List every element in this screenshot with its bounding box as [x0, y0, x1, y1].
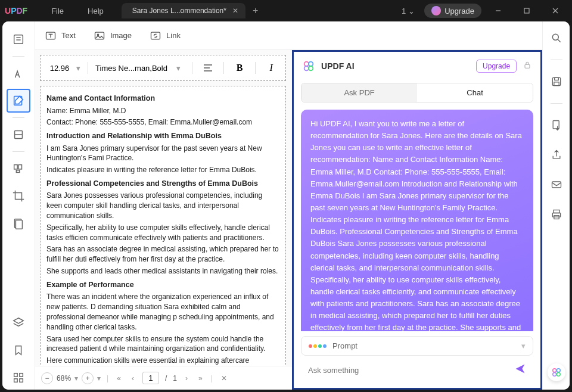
- tool-text-label: Text: [61, 31, 76, 40]
- workspace: Text Image Link 12.96 ▾: [2, 21, 570, 390]
- svg-rect-37: [552, 182, 561, 188]
- image-icon: [94, 30, 105, 42]
- prev-page-button[interactable]: ‹: [129, 374, 136, 382]
- document-page[interactable]: Name and Contact Information Name: Emma …: [40, 86, 286, 366]
- doc-paragraph: There was an incident where the organiza…: [46, 292, 279, 332]
- svg-rect-17: [14, 379, 18, 382]
- svg-rect-16: [20, 374, 23, 377]
- menu-file[interactable]: File: [39, 7, 76, 15]
- document-tab[interactable]: Sara Jones L...ommendation* ✕: [122, 3, 245, 18]
- upgrade-label: Upgrade: [444, 7, 474, 15]
- thumbnails-tool[interactable]: [7, 366, 30, 390]
- svg-rect-15: [14, 374, 18, 377]
- tool-text[interactable]: Text: [45, 30, 76, 42]
- left-sidebar: [2, 21, 35, 390]
- edit-toolbar: Text Image Link: [35, 21, 542, 50]
- svg-rect-12: [16, 170, 19, 173]
- chevron-down-icon[interactable]: ▾: [74, 374, 78, 382]
- svg-point-42: [557, 369, 560, 372]
- document-area: 12.96 ▾ Times Ne...man,Bold ▾ B: [35, 50, 292, 390]
- doc-paragraph: Here communication skills were essential…: [46, 356, 279, 366]
- layers-tool[interactable]: [7, 311, 30, 335]
- italic-button[interactable]: I: [263, 60, 279, 76]
- svg-point-41: [552, 369, 556, 372]
- ai-header: UPDF AI Upgrade: [294, 52, 540, 80]
- doc-paragraph: I am Sara Jones primary supervisor for t…: [46, 144, 279, 164]
- svg-rect-38: [554, 210, 559, 213]
- bookmark-tool[interactable]: [7, 338, 30, 362]
- organize-tool[interactable]: [7, 157, 30, 181]
- upgrade-button[interactable]: Upgrade: [424, 4, 481, 18]
- svg-rect-36: [553, 121, 559, 129]
- svg-rect-22: [151, 32, 160, 39]
- close-window-button[interactable]: [543, 2, 567, 19]
- close-icon[interactable]: ✕: [232, 7, 238, 15]
- ai-upgrade-button[interactable]: Upgrade: [476, 60, 517, 73]
- doc-paragraph: Indicates pleasure in writing the refere…: [46, 165, 279, 175]
- lock-icon[interactable]: [523, 60, 532, 72]
- svg-rect-30: [525, 64, 530, 68]
- bold-button[interactable]: B: [231, 60, 248, 76]
- close-bar-button[interactable]: ✕: [219, 374, 229, 382]
- annotate-tool[interactable]: [7, 61, 30, 85]
- next-page-button[interactable]: ›: [183, 374, 190, 382]
- tool-link-label: Link: [166, 31, 181, 40]
- counter-badge[interactable]: 1 ⌄: [397, 7, 419, 15]
- ai-tabs: Ask PDF Chat: [301, 83, 533, 102]
- sparkle-icon: [431, 6, 441, 15]
- document-scroll[interactable]: Name and Contact Information Name: Emma …: [35, 83, 292, 366]
- maximize-button[interactable]: [515, 2, 539, 19]
- ai-input[interactable]: [308, 366, 508, 375]
- last-page-button[interactable]: »: [196, 374, 205, 382]
- zoom-out-button[interactable]: −: [41, 372, 53, 384]
- zoom-level: 68%: [57, 374, 71, 382]
- svg-rect-20: [95, 32, 104, 39]
- svg-rect-4: [14, 35, 23, 44]
- updf-ai-icon: [302, 60, 315, 73]
- tab-chat[interactable]: Chat: [417, 83, 533, 102]
- minimize-button[interactable]: [486, 2, 510, 19]
- chevron-down-icon[interactable]: ▾: [97, 374, 101, 382]
- app-window: UPDF File Help Sara Jones L...ommendatio…: [0, 0, 572, 392]
- compress-tool[interactable]: [7, 211, 30, 235]
- ai-messages[interactable]: Hi UPDF AI, I want you to write me a let…: [294, 105, 540, 331]
- title-bar: UPDF File Help Sara Jones L...ommendatio…: [0, 0, 572, 21]
- reader-tool[interactable]: [7, 27, 30, 51]
- ai-panel: UPDF AI Upgrade Ask PDF Chat Hi UPDF AI,…: [292, 50, 542, 390]
- align-button[interactable]: [200, 60, 216, 76]
- doc-paragraph: Contact: Phone: 555-555-5555, Email: Emm…: [46, 117, 279, 127]
- chevron-down-icon: ▾: [521, 341, 526, 350]
- share-button[interactable]: [547, 145, 566, 164]
- prompt-selector[interactable]: Prompt ▾: [301, 336, 533, 356]
- doc-heading: Name and Contact Information: [46, 94, 279, 104]
- svg-rect-14: [15, 220, 22, 229]
- save-button[interactable]: [547, 72, 566, 91]
- doc-heading: Introduction and Relationship with Emma …: [46, 131, 279, 142]
- svg-rect-11: [18, 165, 22, 169]
- edit-tool[interactable]: [7, 89, 30, 113]
- zoom-in-button[interactable]: +: [82, 372, 94, 384]
- email-button[interactable]: [547, 175, 566, 194]
- new-tab-button[interactable]: +: [253, 5, 258, 16]
- tab-ask-pdf[interactable]: Ask PDF: [301, 83, 417, 102]
- send-button[interactable]: [514, 363, 526, 377]
- font-size-value: 12.96: [46, 64, 73, 73]
- svg-rect-1: [524, 8, 529, 13]
- tool-link[interactable]: Link: [150, 30, 181, 42]
- search-button[interactable]: [547, 29, 566, 48]
- crop-tool[interactable]: [7, 184, 30, 208]
- export-button[interactable]: [547, 116, 566, 135]
- font-family-select[interactable]: Times Ne...man,Bold ▾: [95, 64, 185, 73]
- first-page-button[interactable]: «: [114, 374, 123, 382]
- ai-fab-button[interactable]: [548, 363, 565, 381]
- svg-rect-34: [554, 77, 558, 80]
- font-size-select[interactable]: 12.96 ▾: [46, 64, 80, 73]
- doc-heading: Professional Competencies and Strengths …: [46, 179, 279, 189]
- doc-paragraph: Specifically, her ability to use compute…: [46, 223, 279, 243]
- tool-image[interactable]: Image: [94, 30, 132, 42]
- print-button[interactable]: [547, 205, 566, 224]
- ocr-tool[interactable]: [7, 123, 30, 147]
- menu-help[interactable]: Help: [76, 7, 116, 15]
- page-input[interactable]: [142, 372, 159, 384]
- svg-point-26: [304, 62, 309, 66]
